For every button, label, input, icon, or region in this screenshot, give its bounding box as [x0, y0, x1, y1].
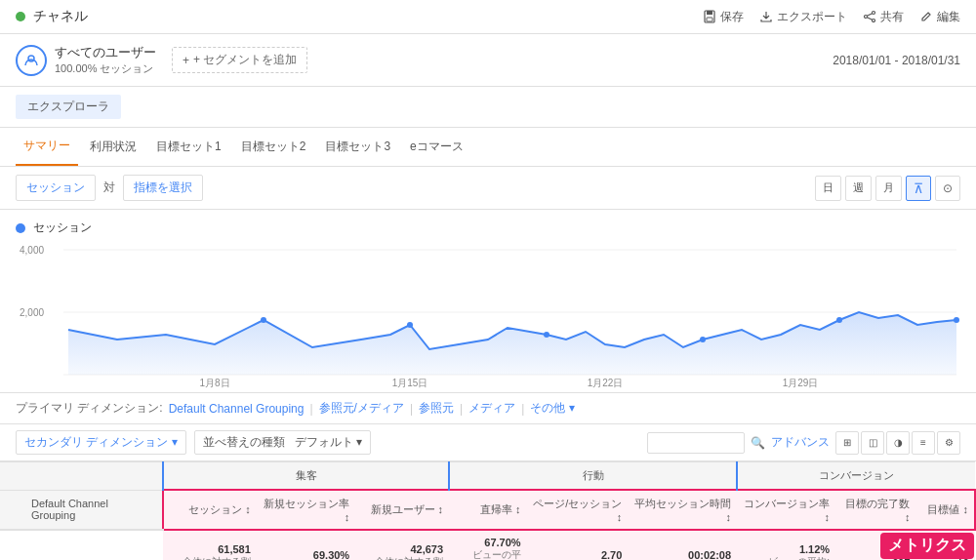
tab-summary[interactable]: サマリー — [16, 128, 78, 166]
share-button[interactable]: 共有 — [863, 9, 904, 25]
th-new-session-rate[interactable]: 新規セッション率 ↕ — [257, 490, 355, 530]
primary-dim-link-1[interactable]: 参照元/メディア — [319, 400, 404, 417]
edit-button[interactable]: 編集 — [919, 9, 960, 25]
primary-dim-bar: プライマリ ディメンション: Default Channel Grouping … — [0, 393, 976, 424]
view-table-button[interactable]: ⊞ — [835, 431, 859, 455]
col-header-row: Default Channel Grouping セッション ↕ 新規セッション… — [0, 490, 975, 530]
view-day-button[interactable]: 日 — [815, 176, 841, 201]
tab-usage[interactable]: 利用状況 — [82, 129, 144, 165]
total-new-session-rate: 69.30% ビューの平均：69.24% (0.08%) — [257, 530, 355, 560]
primary-dim-label: プライマリ ディメンション: — [16, 400, 163, 417]
data-table: 集客 行動 コンバージョン Default Channel Grouping セ… — [0, 461, 976, 560]
save-button[interactable]: 保存 — [703, 9, 744, 25]
svg-point-5 — [873, 20, 875, 22]
metrics-label: メトリクス — [880, 533, 974, 559]
explorer-bar: エクスプローラ — [0, 87, 976, 128]
sort-type-select[interactable]: 並べ替えの種類 デフォルト ▾ — [194, 430, 371, 455]
svg-point-19 — [700, 337, 706, 342]
svg-text:2,000: 2,000 — [20, 307, 44, 318]
date-range: 2018/01/01 - 2018/01/31 — [833, 54, 960, 67]
view-month-button[interactable]: 月 — [875, 176, 902, 201]
svg-point-3 — [873, 12, 875, 15]
svg-text:1月8日: 1月8日 — [199, 378, 229, 388]
total-bounce-rate: 67.70% ビューの平均：67.70% (0.00%) — [449, 530, 527, 560]
th-behavior: 行動 — [449, 462, 737, 491]
primary-dim-link-2[interactable]: 参照元 — [419, 400, 454, 417]
svg-rect-1 — [707, 11, 712, 15]
segment-sub: 100.00% セッション — [55, 61, 156, 76]
total-goal-comp: 691 る割(W/0) メトリクス — [835, 530, 915, 560]
chart-container: 4,000 2,000 1月8日 1月15日 1月22日 1月29日 — [16, 242, 960, 388]
primary-dim-active[interactable]: Default Channel Grouping — [169, 402, 305, 416]
svg-point-17 — [407, 322, 413, 328]
tab-goal2[interactable]: 目標セット2 — [233, 129, 314, 165]
th-avg-duration[interactable]: 平均セッション時間 ↕ — [628, 490, 737, 530]
chart-legend-label: セッション — [33, 220, 92, 236]
view-week-button[interactable]: 週 — [845, 176, 872, 201]
tab-ecommerce[interactable]: eコマース — [402, 129, 471, 165]
page-title: チャネル — [33, 8, 88, 25]
primary-dim-link-other[interactable]: その他 ▾ — [530, 400, 574, 417]
green-status-dot — [16, 12, 25, 21]
legend-dot — [16, 223, 25, 233]
th-checkbox — [0, 490, 23, 530]
svg-text:1月15日: 1月15日 — [392, 378, 428, 388]
secondary-dim-select[interactable]: セカンダリ ディメンション ▾ — [16, 430, 186, 455]
th-conv-rate[interactable]: コンバージョン率 ↕ — [737, 490, 835, 530]
vs-label: 対 — [103, 180, 115, 196]
advanced-filter-button[interactable]: アドバンス — [771, 434, 830, 451]
line-chart: 4,000 2,000 1月8日 1月15日 1月22日 1月29日 — [16, 242, 960, 388]
th-grouping — [0, 462, 163, 491]
metric-session-button[interactable]: セッション — [16, 175, 96, 201]
metric-controls: セッション 対 指標を選択 日 週 月 ⊼ ⊙ — [0, 167, 976, 210]
segment-circle-icon — [16, 45, 47, 76]
chart-area: セッション 4,000 2,000 1月8日 1月15日 1月22日 1月29日 — [0, 210, 976, 393]
view-pie-button[interactable]: ◑ — [886, 431, 910, 455]
chart-line-button[interactable]: ⊼ — [906, 176, 931, 201]
th-pages-per-session[interactable]: ページ/セッション ↕ — [527, 490, 629, 530]
total-sessions: 61,581 全体に対する割合：100.00% (61,581) — [163, 530, 257, 560]
total-new-users: 42,673 全体に対する割合：100.08% (42,641) — [355, 530, 449, 560]
svg-text:4,000: 4,000 — [20, 245, 44, 256]
tab-goal1[interactable]: 目標セット1 — [148, 129, 229, 165]
search-input[interactable] — [647, 432, 745, 454]
explorer-label: エクスプローラ — [16, 95, 121, 119]
th-goal-comp[interactable]: 目標の完了数 ↕ — [835, 490, 915, 530]
chart-bar-button[interactable]: ⊙ — [935, 176, 960, 201]
primary-dim-link-3[interactable]: メディア — [468, 400, 515, 417]
svg-point-4 — [865, 16, 868, 19]
secondary-bar: セカンダリ ディメンション ▾ 並べ替えの種類 デフォルト ▾ 🔍 アドバンス … — [0, 424, 976, 461]
total-conv-rate: 1.12% ビューの平均: 1.12%(0.00%) — [737, 530, 835, 560]
view-list-button[interactable]: ≡ — [912, 431, 935, 455]
svg-text:1月29日: 1月29日 — [783, 378, 819, 388]
plus-icon: + — [183, 54, 189, 67]
total-avg-duration: 00:02:08 ビューの平均：00:02:08 (0.00%) — [628, 530, 737, 560]
th-new-users[interactable]: 新規ユーザー ↕ — [355, 490, 449, 530]
segment-bar: すべてのユーザー 100.00% セッション + + セグメントを追加 2018… — [0, 34, 976, 87]
svg-point-20 — [836, 317, 842, 323]
view-chart-button[interactable]: ◫ — [861, 431, 884, 455]
th-goal-value[interactable]: 目標値 ↕ — [915, 490, 975, 530]
metric-select[interactable]: 指標を選択 — [123, 175, 203, 201]
th-acquisition: 集客 — [163, 462, 449, 491]
export-button[interactable]: エクスポート — [759, 9, 847, 25]
th-conversion: コンバージョン — [737, 462, 975, 491]
top-bar: チャネル 保存 エクスポート 共有 編集 — [0, 0, 976, 34]
svg-text:1月22日: 1月22日 — [588, 378, 624, 388]
add-segment-button[interactable]: + + セグメントを追加 — [172, 47, 307, 73]
svg-point-21 — [954, 317, 959, 323]
tab-goal3[interactable]: 目標セット3 — [317, 129, 398, 165]
search-icon: 🔍 — [751, 436, 765, 450]
view-settings-button[interactable]: ⚙ — [937, 431, 960, 455]
svg-point-18 — [544, 332, 549, 338]
svg-point-16 — [261, 317, 266, 323]
total-pages-session: 2.70 ビューの平均：2.70(0.00%) — [527, 530, 629, 560]
th-bounce-rate[interactable]: 直帰率 ↕ — [449, 490, 527, 530]
totals-row: 61,581 全体に対する割合：100.00% (61,581) 69.30% … — [0, 530, 975, 560]
tabs-bar: サマリー 利用状況 目標セット1 目標セット2 目標セット3 eコマース — [0, 128, 976, 167]
svg-rect-2 — [707, 18, 712, 21]
segment-name: すべてのユーザー — [55, 44, 156, 61]
group-header-row: 集客 行動 コンバージョン — [0, 462, 975, 491]
th-sessions[interactable]: セッション ↕ — [163, 490, 257, 530]
th-channel: Default Channel Grouping — [23, 490, 163, 530]
